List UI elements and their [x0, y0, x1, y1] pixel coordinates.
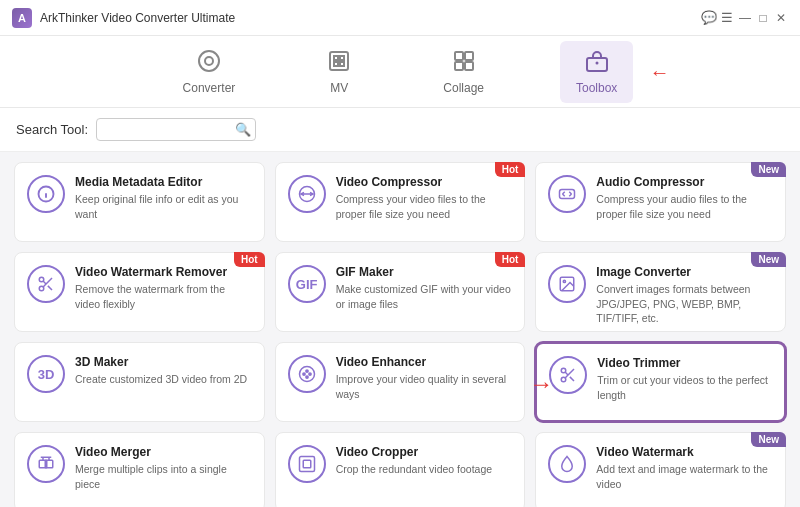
tool-content-video-cropper: Video Cropper Crop the redundant video f…	[336, 445, 513, 477]
svg-point-29	[564, 280, 566, 282]
tool-title-video-cropper: Video Cropper	[336, 445, 513, 459]
tool-icon-video-enhancer	[288, 355, 326, 393]
svg-point-23	[39, 277, 44, 282]
tool-desc-video-trimmer: Trim or cut your videos to the perfect l…	[597, 373, 772, 402]
tool-title-media-metadata-editor: Media Metadata Editor	[75, 175, 252, 189]
tool-icon-gif-maker: GIF	[288, 265, 326, 303]
collage-label: Collage	[443, 81, 484, 95]
tool-icon-video-trimmer	[549, 356, 587, 394]
svg-rect-9	[455, 62, 463, 70]
tool-desc-media-metadata-editor: Keep original file info or edit as you w…	[75, 192, 252, 221]
chat-icon[interactable]: 💬	[702, 11, 716, 25]
tool-desc-gif-maker: Make customized GIF with your video or i…	[336, 282, 513, 311]
tool-card-video-compressor[interactable]: Hot Video Compressor Compress your video…	[275, 162, 526, 242]
tool-card-video-enhancer[interactable]: Video Enhancer Improve your video qualit…	[275, 342, 526, 422]
mv-label: MV	[330, 81, 348, 95]
search-bar: Search Tool: 🔍	[0, 108, 800, 152]
badge-video-compressor: Hot	[495, 162, 526, 177]
nav-item-converter[interactable]: Converter	[167, 41, 252, 103]
svg-point-32	[309, 373, 311, 375]
tool-icon-3d-maker: 3D	[27, 355, 65, 393]
search-label: Search Tool:	[16, 122, 88, 137]
svg-point-35	[562, 368, 567, 373]
tool-icon-audio-compressor	[548, 175, 586, 213]
tool-title-video-trimmer: Video Trimmer	[597, 356, 772, 370]
nav-item-collage[interactable]: Collage	[427, 41, 500, 103]
converter-icon	[197, 49, 221, 77]
tool-content-video-compressor: Video Compressor Compress your video fil…	[336, 175, 513, 221]
tool-title-video-compressor: Video Compressor	[336, 175, 513, 189]
title-bar: A ArkThinker Video Converter Ultimate 💬 …	[0, 0, 800, 36]
badge-video-watermark: New	[751, 432, 786, 447]
tool-title-video-watermark-remover: Video Watermark Remover	[75, 265, 252, 279]
tool-title-audio-compressor: Audio Compressor	[596, 175, 773, 189]
svg-line-26	[48, 286, 52, 290]
badge-video-watermark-remover: Hot	[234, 252, 265, 267]
nav-item-mv[interactable]: MV	[311, 41, 367, 103]
tool-card-image-converter[interactable]: New Image Converter Convert images forma…	[535, 252, 786, 332]
svg-rect-5	[334, 62, 338, 66]
tool-card-video-trimmer[interactable]: Video Trimmer Trim or cut your videos to…	[535, 342, 786, 422]
tool-icon-video-watermark-remover	[27, 265, 65, 303]
tool-content-video-merger: Video Merger Merge multiple clips into a…	[75, 445, 252, 491]
tool-icon-video-watermark	[548, 445, 586, 483]
svg-line-38	[570, 377, 574, 381]
svg-point-33	[303, 373, 305, 375]
tool-title-video-enhancer: Video Enhancer	[336, 355, 513, 369]
collage-icon	[452, 49, 476, 77]
badge-audio-compressor: New	[751, 162, 786, 177]
tool-desc-video-cropper: Crop the redundant video footage	[336, 462, 513, 477]
menu-icon[interactable]: ☰	[720, 11, 734, 25]
tool-card-video-cropper[interactable]: Video Cropper Crop the redundant video f…	[275, 432, 526, 507]
converter-label: Converter	[183, 81, 236, 95]
close-button[interactable]: ✕	[774, 11, 788, 25]
tool-card-gif-maker[interactable]: Hot GIF GIF Maker Make customized GIF wi…	[275, 252, 526, 332]
window-controls[interactable]: 💬 ☰ — □ ✕	[702, 11, 788, 25]
tool-content-gif-maker: GIF Maker Make customized GIF with your …	[336, 265, 513, 311]
main-content: Media Metadata Editor Keep original file…	[0, 152, 800, 507]
tool-card-3d-maker[interactable]: 3D 3D Maker Create customized 3D video f…	[14, 342, 265, 422]
search-input[interactable]	[105, 123, 235, 137]
tool-desc-image-converter: Convert images formats between JPG/JPEG,…	[596, 282, 773, 326]
tool-desc-audio-compressor: Compress your audio files to the proper …	[596, 192, 773, 221]
badge-gif-maker: Hot	[495, 252, 526, 267]
tool-desc-video-enhancer: Improve your video quality in several wa…	[336, 372, 513, 401]
toolbox-label: Toolbox	[576, 81, 617, 95]
tool-card-audio-compressor[interactable]: New Audio Compressor Compress your audio…	[535, 162, 786, 242]
tool-card-video-watermark[interactable]: New Video Watermark Add text and image w…	[535, 432, 786, 507]
tool-content-video-enhancer: Video Enhancer Improve your video qualit…	[336, 355, 513, 401]
nav-item-toolbox[interactable]: Toolbox ←	[560, 41, 633, 103]
tool-card-video-merger[interactable]: Video Merger Merge multiple clips into a…	[14, 432, 265, 507]
svg-line-22	[570, 194, 572, 196]
nav-bar: Converter MV Collage	[0, 36, 800, 108]
tool-icon-media-metadata-editor	[27, 175, 65, 213]
tool-desc-video-watermark: Add text and image watermark to the vide…	[596, 462, 773, 491]
tool-icon-video-merger	[27, 445, 65, 483]
search-icon: 🔍	[235, 122, 251, 137]
tool-icon-video-cropper	[288, 445, 326, 483]
tool-card-video-watermark-remover[interactable]: Hot Video Watermark Remover Remove the w…	[14, 252, 265, 332]
app-title: ArkThinker Video Converter Ultimate	[40, 11, 702, 25]
svg-point-31	[306, 370, 308, 372]
svg-point-36	[562, 377, 567, 382]
svg-rect-7	[455, 52, 463, 60]
svg-rect-6	[340, 62, 344, 66]
svg-rect-10	[465, 62, 473, 70]
tool-title-video-merger: Video Merger	[75, 445, 252, 459]
tool-content-3d-maker: 3D Maker Create customized 3D video from…	[75, 355, 252, 387]
toolbox-icon	[585, 49, 609, 77]
arrow-indicator: ←	[649, 60, 669, 83]
tool-card-media-metadata-editor[interactable]: Media Metadata Editor Keep original file…	[14, 162, 265, 242]
svg-line-20	[563, 194, 565, 196]
svg-rect-4	[340, 56, 344, 60]
tool-content-video-watermark: Video Watermark Add text and image water…	[596, 445, 773, 491]
tool-desc-video-merger: Merge multiple clips into a single piece	[75, 462, 252, 491]
minimize-button[interactable]: —	[738, 11, 752, 25]
tool-content-audio-compressor: Audio Compressor Compress your audio fil…	[596, 175, 773, 221]
svg-point-34	[306, 376, 308, 378]
svg-rect-46	[303, 460, 311, 468]
search-input-wrap[interactable]: 🔍	[96, 118, 256, 141]
maximize-button[interactable]: □	[756, 11, 770, 25]
tool-icon-video-compressor	[288, 175, 326, 213]
svg-line-39	[565, 372, 568, 375]
